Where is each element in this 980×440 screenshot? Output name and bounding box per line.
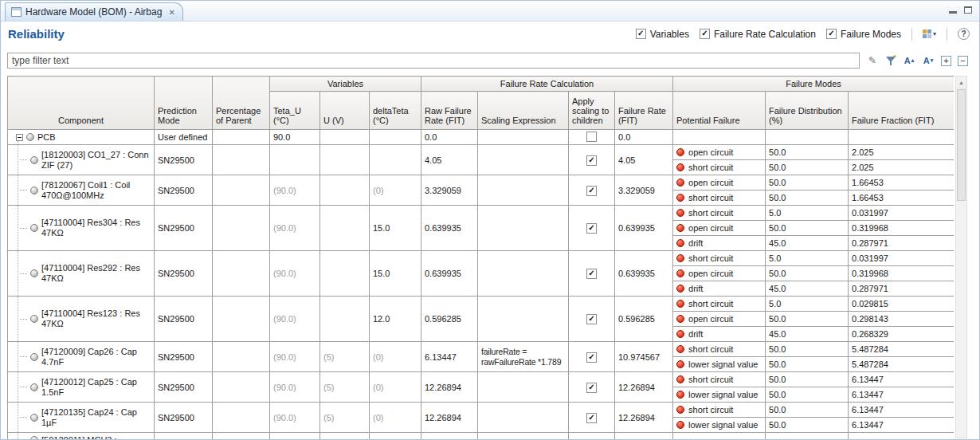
failure-rate-cell[interactable]: 4.05 bbox=[615, 145, 673, 175]
failure-distribution-cell[interactable]: 50.0 bbox=[766, 266, 849, 281]
teta-u-cell[interactable]: (90.0) bbox=[270, 372, 320, 403]
apply-scaling-cell[interactable] bbox=[569, 403, 615, 433]
delta-teta-cell[interactable] bbox=[370, 433, 421, 440]
potential-failure-cell[interactable]: open circuit bbox=[673, 175, 766, 191]
apply-scaling-checkbox[interactable] bbox=[586, 352, 597, 363]
failure-distribution-cell[interactable]: 50.0 bbox=[766, 403, 849, 418]
view-menu-button[interactable]: ▾ bbox=[923, 29, 936, 38]
prediction-mode-cell[interactable]: SN29500 bbox=[155, 372, 213, 403]
raw-failure-rate-cell[interactable]: 0.596285 bbox=[421, 297, 478, 342]
percentage-of-parent-cell[interactable] bbox=[213, 145, 270, 175]
raw-failure-rate-cell[interactable] bbox=[421, 433, 478, 440]
delta-teta-cell[interactable] bbox=[370, 145, 421, 175]
component-cell[interactable]: [47110004] Res123 : Res 47KΩ bbox=[8, 297, 155, 342]
failure-distribution-cell[interactable]: 5.0 bbox=[766, 206, 849, 221]
scaling-expression-cell[interactable] bbox=[478, 433, 569, 440]
failure-fraction-cell[interactable]: 6.13447 bbox=[849, 387, 954, 403]
teta-u-cell[interactable] bbox=[270, 433, 320, 440]
percentage-of-parent-cell[interactable] bbox=[213, 175, 270, 206]
failure-rate-cell[interactable]: 0.639935 bbox=[615, 206, 673, 251]
failure-distribution-cell[interactable]: 45.0 bbox=[766, 327, 849, 342]
apply-scaling-checkbox[interactable] bbox=[586, 314, 597, 324]
failure-distribution-cell[interactable]: 50.0 bbox=[766, 221, 849, 236]
apply-scaling-cell[interactable] bbox=[569, 145, 615, 175]
column-header-potential-failure[interactable]: Potential Failure bbox=[673, 92, 766, 130]
potential-failure-cell[interactable] bbox=[673, 433, 766, 440]
component-cell[interactable]: PCB bbox=[8, 130, 155, 145]
percentage-of-parent-cell[interactable] bbox=[213, 251, 270, 297]
column-header-teta-u[interactable]: Teta_U (°C) bbox=[270, 92, 320, 130]
failure-fraction-cell[interactable]: 0.319968 bbox=[849, 266, 954, 281]
raw-failure-rate-cell[interactable]: 0.639935 bbox=[421, 206, 478, 251]
apply-scaling-checkbox[interactable] bbox=[586, 223, 597, 234]
minimize-view-icon[interactable] bbox=[949, 11, 957, 14]
failure-fraction-cell[interactable]: 0.319968 bbox=[849, 221, 954, 236]
u-cell[interactable] bbox=[320, 175, 370, 206]
potential-failure-cell[interactable]: open circuit bbox=[673, 312, 766, 327]
delta-teta-cell[interactable]: (0) bbox=[370, 175, 421, 206]
toggle-variables[interactable]: Variables bbox=[636, 29, 689, 40]
column-header-delta-teta[interactable]: deltaTeta (°C) bbox=[370, 92, 421, 130]
percentage-of-parent-cell[interactable] bbox=[213, 297, 270, 342]
teta-u-cell[interactable] bbox=[270, 145, 320, 175]
delta-teta-cell[interactable]: (0) bbox=[370, 372, 421, 403]
failure-distribution-cell[interactable]: 50.0 bbox=[766, 312, 849, 327]
potential-failure-cell[interactable] bbox=[673, 130, 766, 145]
failure-distribution-cell[interactable]: 50.0 bbox=[766, 418, 849, 433]
u-cell[interactable] bbox=[320, 433, 370, 440]
component-cell[interactable]: [47110004] Res304 : Res 47KΩ bbox=[8, 206, 155, 251]
u-cell[interactable]: (5) bbox=[320, 342, 370, 372]
tab-close-icon[interactable]: ✕ bbox=[168, 8, 174, 17]
potential-failure-cell[interactable]: lower signal value bbox=[673, 357, 766, 372]
potential-failure-cell[interactable]: short circuit bbox=[673, 372, 766, 387]
failure-distribution-cell[interactable]: 50.0 bbox=[766, 387, 849, 403]
help-icon[interactable]: ? bbox=[958, 28, 970, 40]
checkbox-icon[interactable] bbox=[636, 29, 646, 39]
u-cell[interactable] bbox=[320, 297, 370, 342]
raw-failure-rate-cell[interactable]: 4.05 bbox=[421, 145, 478, 175]
potential-failure-cell[interactable]: open circuit bbox=[673, 145, 766, 160]
font-decrease-icon[interactable]: A▾ bbox=[922, 54, 935, 67]
component-cell[interactable]: [50120011] MCU3 : bbox=[8, 433, 155, 440]
checkbox-icon[interactable] bbox=[700, 29, 710, 39]
raw-failure-rate-cell[interactable]: 12.26894 bbox=[421, 372, 478, 403]
failure-fraction-cell[interactable]: 0.268329 bbox=[849, 327, 954, 342]
expand-all-icon[interactable]: + bbox=[941, 56, 951, 66]
failure-rate-cell[interactable]: 0.0 bbox=[615, 130, 673, 145]
delta-teta-cell[interactable]: 15.0 bbox=[370, 206, 421, 251]
toggle-failure-modes[interactable]: Failure Modes bbox=[826, 29, 901, 40]
apply-scaling-checkbox[interactable] bbox=[586, 132, 597, 142]
failure-distribution-cell[interactable]: 50.0 bbox=[766, 342, 849, 357]
u-cell[interactable] bbox=[320, 130, 370, 145]
failure-fraction-cell[interactable]: 0.031997 bbox=[849, 206, 954, 221]
prediction-mode-cell[interactable] bbox=[155, 433, 213, 440]
failure-distribution-cell[interactable]: 5.0 bbox=[766, 297, 849, 312]
apply-scaling-cell[interactable] bbox=[569, 433, 615, 440]
column-header-percentage-of-parent[interactable]: Percentage of Parent bbox=[213, 77, 270, 130]
apply-scaling-checkbox[interactable] bbox=[586, 413, 597, 423]
potential-failure-cell[interactable]: drift bbox=[673, 327, 766, 342]
failure-fraction-cell[interactable]: 0.031997 bbox=[849, 251, 954, 266]
scaling-expression-cell[interactable] bbox=[478, 145, 569, 175]
prediction-mode-cell[interactable]: SN29500 bbox=[155, 342, 213, 372]
failure-fraction-cell[interactable]: 2.025 bbox=[849, 145, 954, 160]
failure-rate-cell[interactable]: 0.639935 bbox=[615, 251, 673, 297]
failure-fraction-cell[interactable]: 6.13447 bbox=[849, 418, 954, 433]
prediction-mode-cell[interactable]: SN29500 bbox=[155, 206, 213, 251]
potential-failure-cell[interactable]: short circuit bbox=[673, 191, 766, 206]
component-cell[interactable]: [47120012] Cap25 : Cap 1.5nF bbox=[8, 372, 155, 403]
failure-fraction-cell[interactable]: 5.487284 bbox=[849, 342, 954, 357]
font-increase-icon[interactable]: A▴ bbox=[903, 54, 915, 67]
column-header-failure-distribution[interactable]: Failure Distribution (%) bbox=[766, 92, 849, 130]
prediction-mode-cell[interactable]: SN29500 bbox=[155, 403, 213, 433]
teta-u-cell[interactable]: 90.0 bbox=[270, 130, 320, 145]
failure-distribution-cell[interactable]: 50.0 bbox=[766, 357, 849, 372]
apply-scaling-cell[interactable] bbox=[569, 130, 615, 145]
percentage-of-parent-cell[interactable] bbox=[213, 372, 270, 403]
potential-failure-cell[interactable]: open circuit bbox=[673, 266, 766, 281]
failure-fraction-cell[interactable]: 1.66453 bbox=[849, 191, 954, 206]
scaling-expression-cell[interactable] bbox=[478, 372, 569, 403]
failure-distribution-cell[interactable]: 50.0 bbox=[766, 191, 849, 206]
scaling-expression-cell[interactable] bbox=[478, 403, 569, 433]
failure-distribution-cell[interactable]: 50.0 bbox=[766, 175, 849, 191]
